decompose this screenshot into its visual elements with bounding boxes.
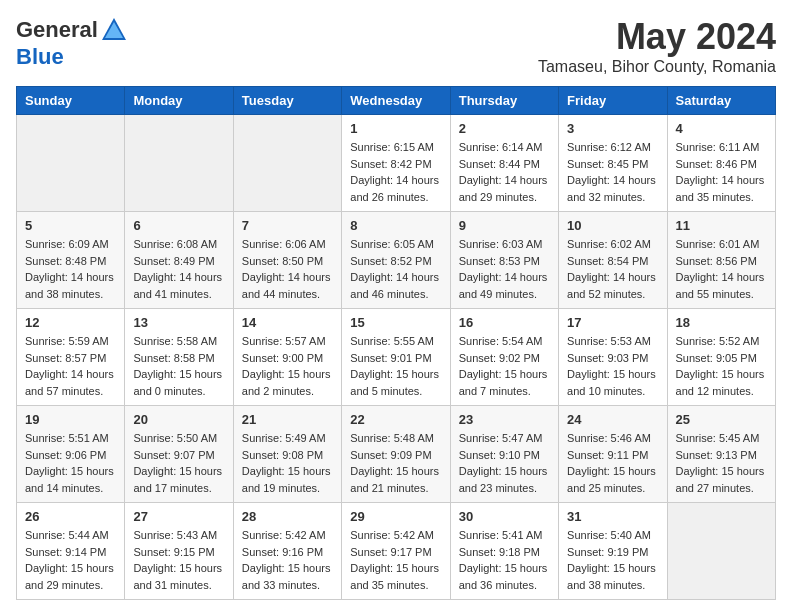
day-info: Sunrise: 5:42 AM Sunset: 9:16 PM Dayligh… (242, 527, 333, 593)
day-info: Sunrise: 5:46 AM Sunset: 9:11 PM Dayligh… (567, 430, 658, 496)
calendar-cell: 24Sunrise: 5:46 AM Sunset: 9:11 PM Dayli… (559, 406, 667, 503)
weekday-header-friday: Friday (559, 87, 667, 115)
day-number: 16 (459, 315, 550, 330)
day-info: Sunrise: 5:59 AM Sunset: 8:57 PM Dayligh… (25, 333, 116, 399)
day-number: 23 (459, 412, 550, 427)
day-number: 31 (567, 509, 658, 524)
weekday-header-thursday: Thursday (450, 87, 558, 115)
weekday-header-monday: Monday (125, 87, 233, 115)
day-info: Sunrise: 5:50 AM Sunset: 9:07 PM Dayligh… (133, 430, 224, 496)
calendar-header: SundayMondayTuesdayWednesdayThursdayFrid… (17, 87, 776, 115)
calendar-cell: 20Sunrise: 5:50 AM Sunset: 9:07 PM Dayli… (125, 406, 233, 503)
day-number: 1 (350, 121, 441, 136)
day-info: Sunrise: 5:47 AM Sunset: 9:10 PM Dayligh… (459, 430, 550, 496)
calendar-cell: 4Sunrise: 6:11 AM Sunset: 8:46 PM Daylig… (667, 115, 775, 212)
day-info: Sunrise: 6:08 AM Sunset: 8:49 PM Dayligh… (133, 236, 224, 302)
day-number: 11 (676, 218, 767, 233)
calendar-cell: 27Sunrise: 5:43 AM Sunset: 9:15 PM Dayli… (125, 503, 233, 600)
calendar-cell: 1Sunrise: 6:15 AM Sunset: 8:42 PM Daylig… (342, 115, 450, 212)
day-number: 13 (133, 315, 224, 330)
day-number: 10 (567, 218, 658, 233)
calendar-week-1: 1Sunrise: 6:15 AM Sunset: 8:42 PM Daylig… (17, 115, 776, 212)
calendar-week-5: 26Sunrise: 5:44 AM Sunset: 9:14 PM Dayli… (17, 503, 776, 600)
calendar-table: SundayMondayTuesdayWednesdayThursdayFrid… (16, 86, 776, 600)
logo-general-text: General (16, 17, 98, 43)
day-number: 24 (567, 412, 658, 427)
calendar-cell (667, 503, 775, 600)
day-info: Sunrise: 5:40 AM Sunset: 9:19 PM Dayligh… (567, 527, 658, 593)
weekday-header-sunday: Sunday (17, 87, 125, 115)
calendar-cell: 5Sunrise: 6:09 AM Sunset: 8:48 PM Daylig… (17, 212, 125, 309)
logo-blue-text: Blue (16, 44, 64, 70)
calendar-cell: 2Sunrise: 6:14 AM Sunset: 8:44 PM Daylig… (450, 115, 558, 212)
weekday-header-saturday: Saturday (667, 87, 775, 115)
calendar-cell: 16Sunrise: 5:54 AM Sunset: 9:02 PM Dayli… (450, 309, 558, 406)
header-row: SundayMondayTuesdayWednesdayThursdayFrid… (17, 87, 776, 115)
day-number: 20 (133, 412, 224, 427)
day-number: 27 (133, 509, 224, 524)
logo: General Blue (16, 16, 128, 70)
day-info: Sunrise: 6:11 AM Sunset: 8:46 PM Dayligh… (676, 139, 767, 205)
day-info: Sunrise: 5:41 AM Sunset: 9:18 PM Dayligh… (459, 527, 550, 593)
title-block: May 2024 Tamaseu, Bihor County, Romania (538, 16, 776, 76)
day-number: 2 (459, 121, 550, 136)
day-info: Sunrise: 5:58 AM Sunset: 8:58 PM Dayligh… (133, 333, 224, 399)
day-info: Sunrise: 5:53 AM Sunset: 9:03 PM Dayligh… (567, 333, 658, 399)
calendar-cell: 10Sunrise: 6:02 AM Sunset: 8:54 PM Dayli… (559, 212, 667, 309)
calendar-cell: 31Sunrise: 5:40 AM Sunset: 9:19 PM Dayli… (559, 503, 667, 600)
day-number: 21 (242, 412, 333, 427)
day-number: 18 (676, 315, 767, 330)
day-number: 28 (242, 509, 333, 524)
day-info: Sunrise: 5:55 AM Sunset: 9:01 PM Dayligh… (350, 333, 441, 399)
day-info: Sunrise: 5:44 AM Sunset: 9:14 PM Dayligh… (25, 527, 116, 593)
day-info: Sunrise: 5:48 AM Sunset: 9:09 PM Dayligh… (350, 430, 441, 496)
day-number: 14 (242, 315, 333, 330)
calendar-cell: 25Sunrise: 5:45 AM Sunset: 9:13 PM Dayli… (667, 406, 775, 503)
day-info: Sunrise: 6:03 AM Sunset: 8:53 PM Dayligh… (459, 236, 550, 302)
weekday-header-wednesday: Wednesday (342, 87, 450, 115)
subtitle: Tamaseu, Bihor County, Romania (538, 58, 776, 76)
day-info: Sunrise: 5:54 AM Sunset: 9:02 PM Dayligh… (459, 333, 550, 399)
logo-icon (100, 16, 128, 44)
calendar-cell (17, 115, 125, 212)
calendar-cell (233, 115, 341, 212)
weekday-header-tuesday: Tuesday (233, 87, 341, 115)
calendar-cell: 11Sunrise: 6:01 AM Sunset: 8:56 PM Dayli… (667, 212, 775, 309)
day-number: 29 (350, 509, 441, 524)
day-info: Sunrise: 6:02 AM Sunset: 8:54 PM Dayligh… (567, 236, 658, 302)
calendar-week-2: 5Sunrise: 6:09 AM Sunset: 8:48 PM Daylig… (17, 212, 776, 309)
day-number: 6 (133, 218, 224, 233)
day-info: Sunrise: 5:42 AM Sunset: 9:17 PM Dayligh… (350, 527, 441, 593)
day-info: Sunrise: 5:49 AM Sunset: 9:08 PM Dayligh… (242, 430, 333, 496)
day-number: 5 (25, 218, 116, 233)
day-info: Sunrise: 6:01 AM Sunset: 8:56 PM Dayligh… (676, 236, 767, 302)
calendar-cell: 6Sunrise: 6:08 AM Sunset: 8:49 PM Daylig… (125, 212, 233, 309)
day-number: 3 (567, 121, 658, 136)
day-info: Sunrise: 5:45 AM Sunset: 9:13 PM Dayligh… (676, 430, 767, 496)
calendar-cell: 8Sunrise: 6:05 AM Sunset: 8:52 PM Daylig… (342, 212, 450, 309)
page-header: General Blue May 2024 Tamaseu, Bihor Cou… (16, 16, 776, 76)
day-number: 30 (459, 509, 550, 524)
day-number: 7 (242, 218, 333, 233)
calendar-cell: 19Sunrise: 5:51 AM Sunset: 9:06 PM Dayli… (17, 406, 125, 503)
calendar-cell: 3Sunrise: 6:12 AM Sunset: 8:45 PM Daylig… (559, 115, 667, 212)
calendar-cell: 21Sunrise: 5:49 AM Sunset: 9:08 PM Dayli… (233, 406, 341, 503)
calendar-cell: 26Sunrise: 5:44 AM Sunset: 9:14 PM Dayli… (17, 503, 125, 600)
calendar-cell: 9Sunrise: 6:03 AM Sunset: 8:53 PM Daylig… (450, 212, 558, 309)
day-info: Sunrise: 5:57 AM Sunset: 9:00 PM Dayligh… (242, 333, 333, 399)
day-number: 15 (350, 315, 441, 330)
day-info: Sunrise: 6:12 AM Sunset: 8:45 PM Dayligh… (567, 139, 658, 205)
calendar-cell: 15Sunrise: 5:55 AM Sunset: 9:01 PM Dayli… (342, 309, 450, 406)
day-info: Sunrise: 5:43 AM Sunset: 9:15 PM Dayligh… (133, 527, 224, 593)
day-number: 22 (350, 412, 441, 427)
calendar-cell: 22Sunrise: 5:48 AM Sunset: 9:09 PM Dayli… (342, 406, 450, 503)
day-info: Sunrise: 5:52 AM Sunset: 9:05 PM Dayligh… (676, 333, 767, 399)
day-info: Sunrise: 6:05 AM Sunset: 8:52 PM Dayligh… (350, 236, 441, 302)
day-number: 8 (350, 218, 441, 233)
calendar-cell: 18Sunrise: 5:52 AM Sunset: 9:05 PM Dayli… (667, 309, 775, 406)
day-number: 12 (25, 315, 116, 330)
calendar-cell: 14Sunrise: 5:57 AM Sunset: 9:00 PM Dayli… (233, 309, 341, 406)
day-info: Sunrise: 6:06 AM Sunset: 8:50 PM Dayligh… (242, 236, 333, 302)
calendar-cell: 7Sunrise: 6:06 AM Sunset: 8:50 PM Daylig… (233, 212, 341, 309)
calendar-week-4: 19Sunrise: 5:51 AM Sunset: 9:06 PM Dayli… (17, 406, 776, 503)
